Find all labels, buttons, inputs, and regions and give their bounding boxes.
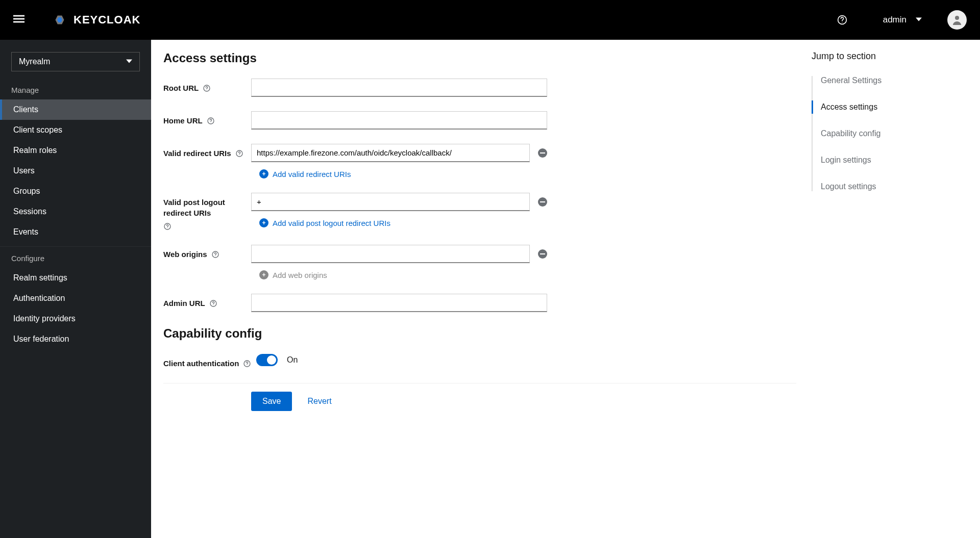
add-valid-redirect-link[interactable]: Add valid redirect URIs bbox=[259, 169, 547, 178]
remove-icon[interactable] bbox=[538, 148, 547, 158]
sidebar-item-realm-roles[interactable]: Realm roles bbox=[0, 140, 151, 161]
label-valid-post-logout: Valid post logout redirect URIs bbox=[163, 193, 251, 230]
sidebar: Myrealm Manage Clients Client scopes Rea… bbox=[0, 40, 151, 538]
label-root-url: Root URL bbox=[163, 79, 251, 93]
brand-name: KEYCLOAK bbox=[74, 13, 140, 27]
svg-point-19 bbox=[213, 304, 213, 305]
svg-rect-2 bbox=[13, 21, 24, 22]
client-auth-toggle[interactable] bbox=[256, 354, 278, 366]
svg-rect-0 bbox=[13, 15, 24, 16]
help-icon[interactable] bbox=[207, 117, 215, 125]
svg-point-9 bbox=[207, 89, 207, 90]
help-icon[interactable] bbox=[837, 15, 847, 25]
hamburger-icon[interactable] bbox=[13, 12, 24, 28]
help-icon[interactable] bbox=[209, 299, 217, 308]
remove-icon[interactable] bbox=[538, 197, 547, 207]
label-home-url: Home URL bbox=[163, 111, 251, 126]
toggle-state-label: On bbox=[287, 355, 298, 365]
jump-panel: Jump to section General Settings Access … bbox=[796, 40, 980, 538]
label-client-auth: Client authentication bbox=[163, 354, 256, 369]
chevron-down-icon bbox=[916, 15, 922, 25]
main-content: Access settings Root URL Home URL bbox=[151, 40, 980, 538]
add-web-origins-link[interactable]: Add web origins bbox=[259, 270, 547, 279]
remove-icon[interactable] bbox=[538, 249, 547, 259]
sidebar-item-client-scopes[interactable]: Client scopes bbox=[0, 120, 151, 140]
help-icon[interactable] bbox=[235, 149, 243, 158]
save-button[interactable]: Save bbox=[251, 392, 292, 411]
sidebar-item-authentication[interactable]: Authentication bbox=[0, 288, 151, 309]
jump-item-general[interactable]: General Settings bbox=[821, 76, 965, 85]
sidebar-item-user-federation[interactable]: User federation bbox=[0, 329, 151, 349]
plus-circle-icon bbox=[259, 169, 268, 178]
jump-item-access[interactable]: Access settings bbox=[821, 103, 965, 112]
add-valid-post-logout-link[interactable]: Add valid post logout redirect URIs bbox=[259, 218, 547, 227]
label-admin-url: Admin URL bbox=[163, 294, 251, 309]
help-icon[interactable] bbox=[203, 84, 211, 92]
jump-item-login[interactable]: Login settings bbox=[821, 156, 965, 165]
help-icon[interactable] bbox=[163, 222, 172, 230]
svg-point-17 bbox=[215, 255, 215, 256]
sidebar-item-users[interactable]: Users bbox=[0, 161, 151, 181]
sidebar-heading-manage: Manage bbox=[0, 81, 151, 99]
sidebar-item-events[interactable]: Events bbox=[0, 222, 151, 242]
sidebar-item-groups[interactable]: Groups bbox=[0, 181, 151, 201]
label-valid-redirect: Valid redirect URIs bbox=[163, 144, 251, 159]
sidebar-heading-configure: Configure bbox=[0, 249, 151, 268]
home-url-input[interactable] bbox=[251, 111, 547, 130]
avatar[interactable] bbox=[947, 10, 967, 30]
sidebar-item-realm-settings[interactable]: Realm settings bbox=[0, 268, 151, 288]
plus-circle-icon bbox=[259, 270, 268, 279]
svg-point-6 bbox=[842, 22, 842, 22]
logo-mark-icon bbox=[51, 11, 68, 29]
help-icon[interactable] bbox=[211, 250, 219, 259]
jump-list: General Settings Access settings Capabil… bbox=[812, 76, 965, 191]
jump-title: Jump to section bbox=[812, 51, 965, 62]
jump-item-capability[interactable]: Capability config bbox=[821, 129, 965, 138]
admin-url-input[interactable] bbox=[251, 294, 547, 312]
web-origins-input[interactable] bbox=[251, 245, 530, 263]
svg-point-7 bbox=[955, 16, 959, 20]
chevron-down-icon bbox=[126, 58, 132, 66]
section-title-access: Access settings bbox=[163, 51, 796, 65]
user-menu[interactable]: admin bbox=[883, 15, 922, 25]
svg-point-21 bbox=[247, 365, 248, 365]
help-icon[interactable] bbox=[243, 360, 251, 368]
jump-item-logout[interactable]: Logout settings bbox=[821, 182, 965, 191]
footer-actions: Save Revert bbox=[163, 383, 796, 419]
app-header: KEYCLOAK admin bbox=[0, 0, 980, 40]
section-title-capability: Capability config bbox=[163, 326, 796, 341]
sidebar-item-sessions[interactable]: Sessions bbox=[0, 201, 151, 222]
realm-name: Myrealm bbox=[19, 57, 50, 66]
realm-selector[interactable]: Myrealm bbox=[11, 52, 140, 71]
svg-point-15 bbox=[167, 228, 168, 228]
form-area: Access settings Root URL Home URL bbox=[151, 40, 796, 538]
svg-point-13 bbox=[239, 155, 239, 155]
label-web-origins: Web origins bbox=[163, 245, 251, 260]
svg-point-11 bbox=[210, 122, 211, 122]
brand-logo: KEYCLOAK bbox=[51, 11, 140, 29]
svg-rect-1 bbox=[13, 18, 24, 19]
valid-redirect-input[interactable] bbox=[251, 144, 530, 162]
revert-button[interactable]: Revert bbox=[307, 397, 331, 406]
sidebar-item-clients[interactable]: Clients bbox=[0, 99, 151, 120]
plus-circle-icon bbox=[259, 218, 268, 227]
username-label: admin bbox=[883, 15, 906, 25]
root-url-input[interactable] bbox=[251, 79, 547, 97]
valid-post-logout-input[interactable] bbox=[251, 193, 530, 211]
sidebar-item-identity-providers[interactable]: Identity providers bbox=[0, 309, 151, 329]
